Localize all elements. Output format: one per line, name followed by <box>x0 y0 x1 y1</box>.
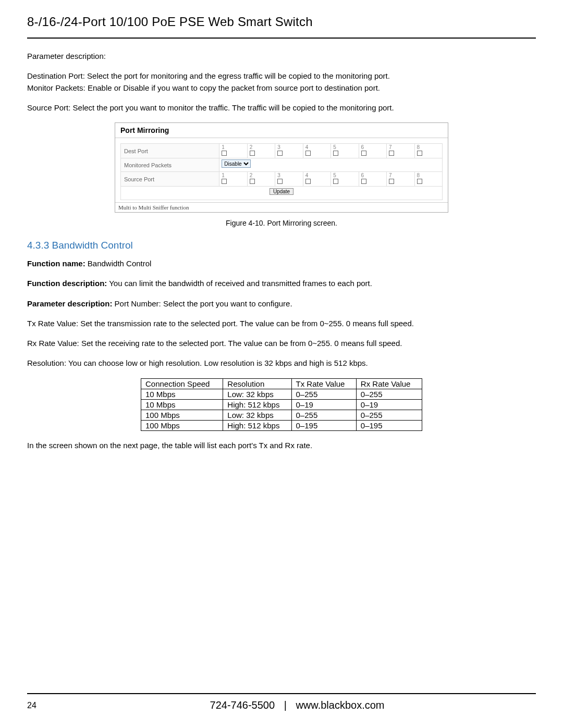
source-port-row: Source Port 1 2 3 4 5 6 7 8 <box>121 172 443 187</box>
dest-port-label: Dest Port <box>121 144 219 158</box>
source-port-4: 4 <box>303 172 331 187</box>
rx-rate-text: Rx Rate Value: Set the receiving rate to… <box>27 338 536 349</box>
source-port-7: 7 <box>387 172 414 187</box>
dest-port-2: 2 <box>247 144 275 158</box>
source-port-8: 8 <box>414 172 443 187</box>
page-number: 24 <box>27 701 58 710</box>
checkbox-icon[interactable] <box>305 151 311 156</box>
post-table-text: In the screen shown on the next page, th… <box>27 440 536 451</box>
source-port-text: Source Port: Select the port you want to… <box>27 103 536 113</box>
footer-rule <box>27 693 536 694</box>
checkbox-icon[interactable] <box>222 179 227 184</box>
port-mirroring-table: Dest Port 1 2 3 4 5 6 7 8 Monitored Pack… <box>120 143 443 200</box>
document-title: 8-/16-/24-Port 10/100 PoE PSE Web Smart … <box>27 15 536 29</box>
table-row: 10 Mbps Low: 32 kbps 0–255 0–255 <box>141 389 422 399</box>
function-description-label: Function description: <box>27 279 107 288</box>
footer-separator: | <box>284 699 287 711</box>
checkbox-icon[interactable] <box>250 179 255 184</box>
checkbox-icon[interactable] <box>389 179 394 184</box>
source-port-1: 1 <box>219 172 247 187</box>
dest-port-3: 3 <box>275 144 303 158</box>
header-rule <box>27 38 536 39</box>
function-name-line: Function name: Bandwidth Control <box>27 258 536 269</box>
section-heading-bandwidth: 4.3.3 Bandwidth Control <box>27 240 536 251</box>
port-mirroring-footer: Multi to Multi Sniffer function <box>115 202 448 212</box>
function-description-line: Function description: You can limit the … <box>27 278 536 289</box>
parameter-description-line: Parameter description: Port Number: Sele… <box>27 299 536 309</box>
col-resolution: Resolution <box>223 378 291 389</box>
footer-phone: 724-746-5500 <box>210 699 275 711</box>
tx-rate-text: Tx Rate Value: Set the transmission rate… <box>27 318 536 329</box>
footer-url: www.blackbox.com <box>296 699 384 711</box>
monitored-packets-label: Monitored Packets <box>121 158 219 172</box>
checkbox-icon[interactable] <box>277 151 283 156</box>
col-rx-rate: Rx Rate Value <box>356 378 422 389</box>
checkbox-icon[interactable] <box>222 151 227 156</box>
dest-port-row: Dest Port 1 2 3 4 5 6 7 8 <box>121 144 443 158</box>
update-row: Update <box>121 187 443 200</box>
table-row: Connection Speed Resolution Tx Rate Valu… <box>141 378 422 389</box>
parameter-description-value: Port Number: Select the port you want to… <box>112 299 292 308</box>
col-connection-speed: Connection Speed <box>141 378 223 389</box>
footer-center: 724-746-5500 | www.blackbox.com <box>58 699 536 711</box>
checkbox-icon[interactable] <box>333 179 338 184</box>
dest-port-4: 4 <box>303 144 331 158</box>
col-tx-rate: Tx Rate Value <box>291 378 356 389</box>
checkbox-icon[interactable] <box>417 179 422 184</box>
resolution-text: Resolution: You can choose low or high r… <box>27 358 536 368</box>
bandwidth-table: Connection Speed Resolution Tx Rate Valu… <box>141 378 422 431</box>
checkbox-icon[interactable] <box>333 151 338 156</box>
checkbox-icon[interactable] <box>277 179 283 184</box>
checkbox-icon[interactable] <box>361 151 366 156</box>
monitored-packets-select[interactable]: Disable <box>222 159 251 168</box>
update-button[interactable]: Update <box>270 188 293 195</box>
figure-caption: Figure 4-10. Port Mirroring screen. <box>27 219 536 227</box>
port-mirroring-title: Port Mirroring <box>115 123 448 138</box>
monitored-packets-cell: Disable <box>219 158 443 172</box>
dest-port-5: 5 <box>331 144 359 158</box>
dest-port-1: 1 <box>219 144 247 158</box>
checkbox-icon[interactable] <box>305 179 311 184</box>
source-port-3: 3 <box>275 172 303 187</box>
dest-port-7: 7 <box>387 144 414 158</box>
monitored-packets-row: Monitored Packets Disable <box>121 158 443 172</box>
source-port-label: Source Port <box>121 172 219 187</box>
source-port-6: 6 <box>359 172 386 187</box>
checkbox-icon[interactable] <box>417 151 422 156</box>
function-name-value: Bandwidth Control <box>85 259 152 268</box>
dest-port-8: 8 <box>414 144 443 158</box>
function-name-label: Function name: <box>27 259 85 268</box>
checkbox-icon[interactable] <box>389 151 394 156</box>
dest-port-6: 6 <box>359 144 386 158</box>
table-row: 100 Mbps Low: 32 kbps 0–255 0–255 <box>141 410 422 420</box>
checkbox-icon[interactable] <box>250 151 255 156</box>
destination-port-text: Destination Port: Select the port for mo… <box>27 71 536 81</box>
source-port-5: 5 <box>331 172 359 187</box>
source-port-2: 2 <box>247 172 275 187</box>
checkbox-icon[interactable] <box>361 179 366 184</box>
table-row: 100 Mbps High: 512 kbps 0–195 0–195 <box>141 420 422 430</box>
monitor-packets-text: Monitor Packets: Enable or Disable if yo… <box>27 83 536 93</box>
port-mirroring-panel: Port Mirroring Dest Port 1 2 3 4 5 6 7 8… <box>115 122 448 213</box>
table-row: 10 Mbps High: 512 kbps 0–19 0–19 <box>141 399 422 410</box>
function-description-value: You can limit the bandwidth of received … <box>107 279 372 288</box>
page-footer: 24 724-746-5500 | www.blackbox.com <box>27 693 536 711</box>
parameter-description-bold: Parameter description: <box>27 299 112 308</box>
parameter-description-label: Parameter description: <box>27 51 536 61</box>
